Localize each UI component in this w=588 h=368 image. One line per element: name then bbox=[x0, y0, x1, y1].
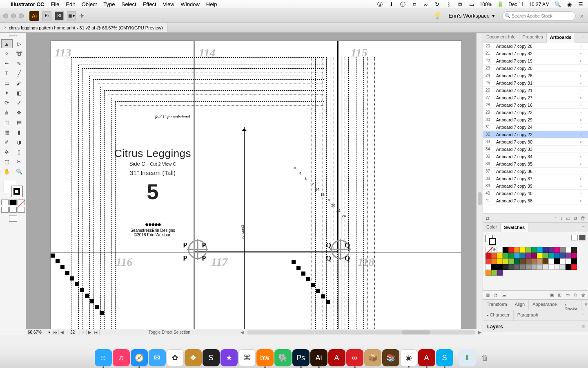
artboard-row[interactable]: 30Artboard 7 copy 29▫ bbox=[483, 116, 588, 123]
swatch-cell[interactable] bbox=[560, 247, 566, 253]
dock-downloads-icon[interactable]: ⬇ bbox=[459, 349, 476, 366]
swatch-cell[interactable] bbox=[548, 264, 554, 270]
dock-illustrator-icon[interactable]: Ai bbox=[310, 349, 327, 366]
artboard-options-icon[interactable]: ▫ bbox=[580, 184, 586, 188]
delete-artboard-icon[interactable]: 🗑 bbox=[581, 215, 586, 221]
scale-tool[interactable]: ⤢ bbox=[13, 98, 25, 107]
toolbox-grip-icon[interactable] bbox=[7, 35, 19, 38]
swatch-cell[interactable] bbox=[520, 247, 526, 253]
swatch-cell[interactable] bbox=[531, 264, 537, 270]
minimize-window-button[interactable] bbox=[11, 13, 16, 18]
artboard-tool[interactable]: ▢ bbox=[1, 157, 13, 166]
dock-app1-icon[interactable]: ❖ bbox=[185, 349, 202, 366]
discover-bulb-icon[interactable]: 💡 bbox=[433, 12, 441, 20]
swatch-cell[interactable] bbox=[537, 258, 543, 264]
next-artboard-button[interactable]: ▶ bbox=[87, 330, 93, 335]
wifi-icon[interactable]: ⧉ bbox=[457, 1, 463, 8]
tab-layers[interactable]: Layers bbox=[487, 324, 503, 330]
artboard-options-icon[interactable]: ▫ bbox=[580, 191, 586, 196]
tab-stroke[interactable]: Stroke bbox=[561, 300, 582, 310]
type-tool[interactable]: T bbox=[1, 69, 13, 78]
swatch-cell[interactable] bbox=[526, 253, 531, 258]
swatch-cell[interactable] bbox=[497, 264, 503, 270]
swatch-libraries-icon[interactable]: ▥ bbox=[486, 292, 490, 298]
artboard-row[interactable]: 21Artboard 7 copy 32▫ bbox=[483, 50, 588, 57]
swatch-cell[interactable] bbox=[537, 247, 543, 253]
artboard-options-icon[interactable]: ▫ bbox=[580, 51, 586, 56]
draw-behind[interactable] bbox=[9, 207, 17, 213]
swatch-cell[interactable] bbox=[514, 258, 520, 264]
cc-menubar-icon[interactable]: ∞ bbox=[423, 1, 429, 8]
artboard-options-icon[interactable]: ▫ bbox=[580, 132, 586, 137]
move-up-icon[interactable]: ↑ bbox=[555, 215, 557, 221]
swatch-cell[interactable] bbox=[537, 253, 543, 258]
swatch-cell[interactable] bbox=[503, 264, 508, 270]
dock-books-icon[interactable]: 📚 bbox=[382, 349, 399, 366]
dock-photoshop-icon[interactable]: Ps bbox=[292, 349, 310, 366]
swatch-cell[interactable] bbox=[566, 253, 571, 258]
graph-tool[interactable]: ▯ bbox=[13, 147, 25, 156]
artboard-row[interactable]: 28Artboard 7 copy 16▫ bbox=[483, 101, 588, 109]
artboard-options-icon[interactable]: ▫ bbox=[580, 125, 586, 130]
artboards-panel-menu-icon[interactable]: ≡ bbox=[579, 33, 588, 42]
swatch-cell[interactable] bbox=[520, 253, 526, 258]
swatch-cell[interactable] bbox=[491, 264, 497, 270]
swatch-cell[interactable] bbox=[543, 247, 548, 253]
dock-bookwright-icon[interactable]: bw bbox=[256, 349, 274, 366]
blend-tool[interactable]: ◑ bbox=[13, 137, 25, 146]
artboard-options-icon[interactable]: ▫ bbox=[580, 44, 586, 49]
canvas-area[interactable]: 113 114 115 116 117 118 fold 1" for wais… bbox=[26, 33, 483, 335]
swatch-cell[interactable] bbox=[566, 247, 571, 253]
swatch-cell[interactable] bbox=[508, 258, 514, 264]
move-down-icon[interactable]: ↓ bbox=[560, 215, 563, 221]
draw-inside[interactable] bbox=[18, 207, 25, 213]
dock-imovie-icon[interactable]: ★ bbox=[220, 349, 238, 366]
tab-document-info[interactable]: Document Info bbox=[483, 33, 519, 42]
download-menubar-icon[interactable]: ⬇ bbox=[388, 1, 395, 8]
swatch-cell[interactable] bbox=[548, 247, 554, 253]
collapse-panels-icon[interactable]: » bbox=[579, 12, 585, 20]
menu-effect[interactable]: Effect bbox=[143, 1, 156, 7]
artboard-row[interactable]: 34Artboard 7 copy 33▫ bbox=[483, 146, 588, 153]
swatch-cell[interactable] bbox=[560, 253, 566, 258]
artboard-row[interactable]: 32Artboard 7 copy 22▫ bbox=[483, 131, 588, 138]
close-window-button[interactable] bbox=[3, 13, 8, 18]
swatch-cell[interactable] bbox=[526, 258, 531, 264]
fill-stroke-control[interactable] bbox=[4, 181, 22, 197]
artboard-row[interactable]: 31Artboard 7 copy 24▫ bbox=[483, 123, 588, 131]
perspective-tool[interactable]: ▤ bbox=[13, 118, 25, 127]
artboard-options-icon[interactable]: ▫ bbox=[580, 81, 586, 85]
artboard-row[interactable]: 35Artboard 7 copy 34▫ bbox=[483, 153, 588, 160]
color-mode-gradient[interactable] bbox=[9, 200, 17, 205]
artboard-row[interactable]: 40Artboard 7 copy 40▫ bbox=[483, 190, 588, 197]
swatch-cell[interactable] bbox=[554, 253, 560, 258]
swatch-cell[interactable] bbox=[531, 258, 537, 264]
artboard-options-icon[interactable]: ▫ bbox=[580, 198, 586, 203]
swatch-cell[interactable] bbox=[508, 253, 514, 258]
artboards-list[interactable]: 20Artboard 7 copy 28▫21Artboard 7 copy 3… bbox=[483, 43, 588, 213]
layers-panel-header[interactable]: Layers ≡ bbox=[483, 321, 588, 332]
tab-paragraph[interactable]: Paragraph bbox=[514, 310, 542, 321]
horizontal-scroll-thumb[interactable] bbox=[402, 330, 430, 334]
swatch-cell[interactable] bbox=[497, 258, 503, 264]
artboard-row[interactable]: 25Artboard 7 copy 31▫ bbox=[483, 79, 588, 87]
menu-window[interactable]: Window bbox=[181, 1, 200, 7]
duplicate-swatch-icon[interactable]: ⧉ bbox=[574, 292, 577, 298]
artboard-options-icon[interactable]: ▫ bbox=[580, 117, 586, 122]
artboard-options-icon[interactable]: ▫ bbox=[580, 58, 586, 63]
hscroll-right-icon[interactable]: ▶ bbox=[477, 330, 483, 334]
shaper-tool[interactable]: ✦ bbox=[1, 88, 13, 97]
swatch-cell[interactable] bbox=[520, 264, 526, 270]
document-tab[interactable]: × citrus leggings pattern home print - 3… bbox=[0, 23, 167, 32]
dock-chrome-icon[interactable]: ◉ bbox=[400, 349, 417, 366]
gradient-tool[interactable]: ▮ bbox=[13, 128, 25, 137]
tab-transform[interactable]: Transform bbox=[483, 300, 511, 310]
artboard-row[interactable]: 41Artboard 7 copy 38▫ bbox=[483, 197, 588, 204]
swatch-cell[interactable] bbox=[508, 247, 514, 253]
swatch-cell[interactable] bbox=[497, 270, 503, 276]
artboard-118[interactable] bbox=[339, 253, 461, 335]
menu-type[interactable]: Type bbox=[103, 1, 115, 7]
menubar-time[interactable]: 10:37 AM bbox=[529, 2, 550, 7]
dock-openoffice-icon[interactable]: ⌘ bbox=[238, 349, 256, 366]
swatch-cell[interactable] bbox=[526, 264, 531, 270]
